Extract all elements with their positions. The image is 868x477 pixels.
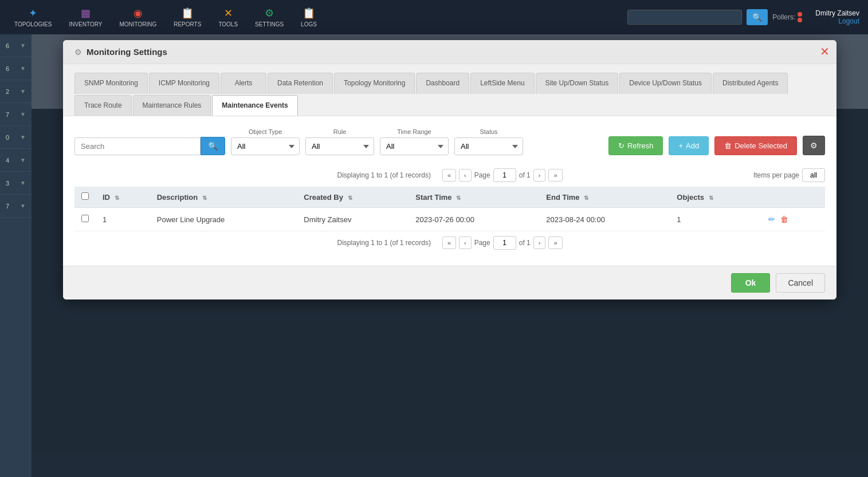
logs-icon: 📋 <box>303 7 315 19</box>
row-description: Power Line Upgrade <box>150 208 297 231</box>
sidebar-item-3[interactable]: 2 ▼ <box>0 80 32 103</box>
top-next-page-btn[interactable]: › <box>533 169 546 182</box>
nav-topologies[interactable]: ✦ TOPOLOGIES <box>9 4 57 30</box>
tab-maintenance-rules[interactable]: Maintenance Rules <box>133 95 211 116</box>
start-time-sort-icon[interactable]: ⇅ <box>456 195 461 201</box>
tab-data-retention[interactable]: Data Retention <box>268 73 333 94</box>
col-checkbox <box>74 187 96 208</box>
tab-distributed-agents[interactable]: Distributed Agents <box>713 73 788 94</box>
nav-topologies-label: TOPOLOGIES <box>14 21 52 27</box>
status-select[interactable]: All <box>454 137 523 155</box>
objects-sort-icon[interactable]: ⇅ <box>709 195 713 201</box>
col-objects: Objects ⇅ <box>670 187 760 208</box>
top-page-input[interactable] <box>493 168 516 182</box>
description-sort-icon[interactable]: ⇅ <box>202 195 207 201</box>
tab-site-updown-status[interactable]: Site Up/Down Status <box>536 73 619 94</box>
sidebar-num-8: 7 <box>6 203 9 210</box>
topologies-icon: ✦ <box>29 7 37 19</box>
top-first-page-btn[interactable]: « <box>442 169 456 182</box>
sidebar-item-6[interactable]: 4 ▼ <box>0 149 32 172</box>
delete-selected-button[interactable]: 🗑 Delete Selected <box>714 136 797 155</box>
sidebar-item-2[interactable]: 6 ▼ <box>0 57 32 80</box>
logout-link[interactable]: Logout <box>838 17 859 25</box>
nav-search-box: 🔍 Pollers: Dmitry Zaitsev Logout <box>627 9 859 25</box>
bottom-first-page-btn[interactable]: « <box>442 236 456 249</box>
search-input[interactable] <box>74 137 201 155</box>
col-start-time: Start Time ⇅ <box>409 187 539 208</box>
edit-row-button[interactable]: ✏ <box>767 214 776 225</box>
nav-reports[interactable]: 📋 REPORTS <box>168 4 207 30</box>
status-label: Status <box>454 128 523 135</box>
sidebar-arrow-8: ▼ <box>20 203 26 209</box>
sidebar-item-8[interactable]: 7 ▼ <box>0 195 32 218</box>
search-filter-group: 🔍 <box>74 128 225 155</box>
tab-maintenance-events[interactable]: Maintenance Events <box>212 95 297 116</box>
tab-alerts[interactable]: Alerts <box>221 73 266 94</box>
object-type-select[interactable]: All <box>231 137 300 155</box>
search-button[interactable]: 🔍 <box>201 137 225 155</box>
add-label: Add <box>686 141 699 150</box>
tab-device-updown-status[interactable]: Device Up/Down Status <box>619 73 712 94</box>
add-button[interactable]: + Add <box>669 136 709 155</box>
select-all-checkbox[interactable] <box>81 192 89 200</box>
bottom-prev-page-btn[interactable]: ‹ <box>459 236 472 249</box>
col-created-by: Created By ⇅ <box>297 187 409 208</box>
settings-icon: ⚙ <box>265 7 274 19</box>
table-settings-button[interactable]: ⚙ <box>803 136 825 155</box>
time-range-select[interactable]: All <box>380 137 449 155</box>
nav-inventory[interactable]: ▦ INVENTORY <box>63 4 108 30</box>
add-icon: + <box>678 141 683 150</box>
refresh-button[interactable]: ↻ Refresh <box>608 136 663 155</box>
row-checkbox[interactable] <box>81 215 89 222</box>
nav-tools[interactable]: ✕ TOOLS <box>213 4 243 30</box>
bottom-last-page-btn[interactable]: » <box>548 236 562 249</box>
delete-row-button[interactable]: 🗑 <box>779 214 790 225</box>
top-last-page-btn[interactable]: » <box>548 169 562 182</box>
cancel-button[interactable]: Cancel <box>776 273 825 293</box>
sidebar-num-4: 7 <box>6 111 9 118</box>
trash-icon: 🗑 <box>724 141 732 150</box>
sidebar-num-6: 4 <box>6 157 9 164</box>
nav-tools-label: TOOLS <box>218 21 238 27</box>
nav-logs[interactable]: 📋 LOGS <box>295 4 323 30</box>
tools-icon: ✕ <box>224 7 233 19</box>
tab-snmp-monitoring[interactable]: SNMP Monitoring <box>74 73 148 94</box>
nav-inventory-label: INVENTORY <box>69 21 102 27</box>
nav-search-input[interactable] <box>627 10 742 25</box>
gear-icon: ⚙ <box>810 141 818 150</box>
nav-reports-label: REPORTS <box>174 21 201 27</box>
bottom-page-input[interactable] <box>493 236 516 250</box>
tab-icmp-monitoring[interactable]: ICMP Monitoring <box>149 73 219 94</box>
table-header-row: ID ⇅ Description ⇅ Created By ⇅ Start <box>74 187 825 208</box>
items-per-page-input[interactable] <box>802 168 825 182</box>
col-end-time: End Time ⇅ <box>539 187 670 208</box>
ok-button[interactable]: Ok <box>731 273 771 293</box>
top-prev-page-btn[interactable]: ‹ <box>459 169 472 182</box>
tab-dashboard[interactable]: Dashboard <box>416 73 469 94</box>
sidebar-item-5[interactable]: 0 ▼ <box>0 126 32 149</box>
end-time-sort-icon[interactable]: ⇅ <box>584 195 588 201</box>
tab-leftside-menu[interactable]: LeftSide Menu <box>470 73 534 94</box>
top-nav: ✦ TOPOLOGIES ▦ INVENTORY ◉ MONITORING 📋 … <box>0 0 868 34</box>
tab-trace-route[interactable]: Trace Route <box>74 95 132 116</box>
time-range-filter-group: Time Range All <box>380 128 449 155</box>
sidebar-item-7[interactable]: 3 ▼ <box>0 172 32 195</box>
object-type-label: Object Type <box>231 128 300 135</box>
sidebar-arrow-5: ▼ <box>20 134 26 140</box>
monitoring-settings-modal: ⚙ Monitoring Settings ✕ SNMP Monitoring … <box>63 40 836 299</box>
created-by-sort-icon[interactable]: ⇅ <box>348 195 352 201</box>
nav-settings[interactable]: ⚙ SETTINGS <box>249 4 289 30</box>
modal-close-button[interactable]: ✕ <box>820 46 830 57</box>
nav-search-button[interactable]: 🔍 <box>747 9 768 25</box>
rule-select[interactable]: All <box>305 137 374 155</box>
nav-monitoring[interactable]: ◉ MONITORING <box>113 4 162 30</box>
sidebar-item-1[interactable]: 6 ▼ <box>0 34 32 57</box>
search-group: 🔍 <box>74 137 225 155</box>
modal-title: Monitoring Settings <box>87 47 167 57</box>
sidebar-item-4[interactable]: 7 ▼ <box>0 103 32 126</box>
items-per-page-label: Items per page <box>753 171 799 179</box>
refresh-label: Refresh <box>627 141 654 150</box>
id-sort-icon[interactable]: ⇅ <box>115 195 119 201</box>
bottom-next-page-btn[interactable]: › <box>533 236 546 249</box>
tab-topology-monitoring[interactable]: Topology Monitoring <box>334 73 415 94</box>
